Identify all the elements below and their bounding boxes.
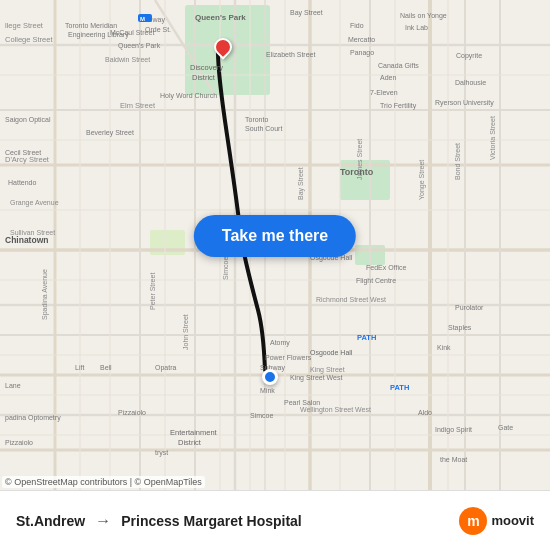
svg-text:Pizzaiolo: Pizzaiolo (5, 439, 33, 446)
svg-text:Opatra: Opatra (155, 364, 177, 372)
svg-text:Discovery: Discovery (190, 63, 223, 72)
svg-text:John Street: John Street (182, 314, 189, 350)
svg-text:Orde St.: Orde St. (145, 26, 171, 33)
svg-text:Engineering Library: Engineering Library (68, 31, 129, 39)
svg-text:Power Flowers: Power Flowers (265, 354, 312, 361)
svg-text:Ryerson University: Ryerson University (435, 99, 494, 107)
svg-text:Lift: Lift (75, 364, 84, 371)
svg-text:Grange Avenue: Grange Avenue (10, 199, 59, 207)
svg-text:llege Street: llege Street (5, 21, 44, 30)
svg-text:Elm Street: Elm Street (120, 101, 156, 110)
svg-text:Beverley Street: Beverley Street (86, 129, 134, 137)
svg-text:Simcoe: Simcoe (222, 257, 229, 280)
svg-text:Osgoode Hall: Osgoode Hall (310, 349, 353, 357)
svg-text:7-Eleven: 7-Eleven (370, 89, 398, 96)
svg-text:D'Arcy Street: D'Arcy Street (5, 155, 50, 164)
svg-text:Aden: Aden (380, 74, 396, 81)
svg-text:Copyrite: Copyrite (456, 52, 482, 60)
svg-text:Dalhousie: Dalhousie (455, 79, 486, 86)
svg-text:College Street: College Street (5, 35, 53, 44)
origin-label: St.Andrew (16, 513, 85, 529)
svg-text:Toronto Meridian: Toronto Meridian (65, 22, 117, 29)
svg-text:Aldo: Aldo (418, 409, 432, 416)
svg-text:Simcoe: Simcoe (250, 412, 273, 419)
svg-text:Richmond Street West: Richmond Street West (316, 296, 386, 303)
svg-text:PATH: PATH (357, 333, 376, 342)
svg-text:the Moat: the Moat (440, 456, 467, 463)
svg-text:Gate: Gate (498, 424, 513, 431)
svg-text:Elizabeth Street: Elizabeth Street (266, 51, 315, 58)
moovit-icon: m (459, 507, 487, 535)
svg-text:Lane: Lane (5, 382, 21, 389)
svg-text:Trio Fertility: Trio Fertility (380, 102, 417, 110)
moovit-logo: m moovit (459, 507, 534, 535)
svg-text:Entertainment: Entertainment (170, 428, 218, 437)
svg-text:Pizzaiolo: Pizzaiolo (118, 409, 146, 416)
moovit-text: moovit (491, 513, 534, 528)
take-me-there-button[interactable]: Take me there (194, 215, 356, 257)
svg-text:Ink Lab: Ink Lab (405, 24, 428, 31)
svg-text:Flight Centre: Flight Centre (356, 277, 396, 285)
destination-label: Princess Margaret Hospital (121, 513, 302, 529)
svg-text:Fido: Fido (350, 22, 364, 29)
svg-text:Panago: Panago (350, 49, 374, 57)
svg-text:Canada Gifts: Canada Gifts (378, 62, 419, 69)
svg-text:Queen's Park: Queen's Park (118, 42, 161, 50)
svg-text:Cecil Street: Cecil Street (5, 149, 41, 156)
svg-text:Peter Street: Peter Street (149, 273, 156, 310)
svg-text:M: M (140, 16, 145, 22)
svg-text:Victoria Street: Victoria Street (489, 116, 496, 160)
map-container: College Street Elm Street D'Arcy Street … (0, 0, 550, 490)
svg-text:padina Optometry: padina Optometry (5, 414, 61, 422)
svg-text:Holy Word Church: Holy Word Church (160, 92, 217, 100)
svg-text:King Street: King Street (310, 366, 345, 374)
svg-text:Toronto: Toronto (340, 167, 374, 177)
svg-text:Pearl Salon: Pearl Salon (284, 399, 320, 406)
svg-text:Bell: Bell (100, 364, 112, 371)
svg-text:District: District (192, 73, 216, 82)
svg-text:PATH: PATH (390, 383, 409, 392)
svg-text:Bay Street: Bay Street (297, 167, 305, 200)
svg-text:Wellington Street West: Wellington Street West (300, 406, 371, 414)
svg-text:Purolator: Purolator (455, 304, 484, 311)
svg-text:South Court: South Court (245, 125, 282, 132)
svg-text:Toronto: Toronto (245, 116, 268, 123)
svg-text:Kink: Kink (437, 344, 451, 351)
svg-text:Staples: Staples (448, 324, 472, 332)
svg-text:Bond Street: Bond Street (454, 143, 461, 180)
map-attribution: © OpenStreetMap contributors | © OpenMap… (2, 476, 205, 488)
svg-text:tryst: tryst (155, 449, 168, 457)
svg-text:Mink: Mink (260, 387, 275, 394)
svg-text:Mercatto: Mercatto (348, 36, 375, 43)
svg-text:Spadina Avenue: Spadina Avenue (41, 269, 49, 320)
svg-text:King Street West: King Street West (290, 374, 342, 382)
svg-text:Indigo Spirit: Indigo Spirit (435, 426, 472, 434)
svg-text:District: District (178, 438, 202, 447)
svg-text:FedEx Office: FedEx Office (366, 264, 406, 271)
svg-text:Baldwin Street: Baldwin Street (105, 56, 150, 63)
svg-text:Atomy: Atomy (270, 339, 290, 347)
arrow-icon: → (95, 512, 111, 530)
svg-text:Nails on Yonge: Nails on Yonge (400, 12, 447, 20)
svg-text:Chinatown: Chinatown (5, 235, 48, 245)
bottom-bar: St.Andrew → Princess Margaret Hospital m… (0, 490, 550, 550)
destination-pin (262, 369, 278, 385)
svg-text:Bay Street: Bay Street (290, 9, 323, 17)
svg-text:Queen's Park: Queen's Park (195, 13, 246, 22)
svg-text:Hattendo: Hattendo (8, 179, 37, 186)
svg-text:Yonge Street: Yonge Street (418, 160, 426, 200)
svg-text:Saigon Optical: Saigon Optical (5, 116, 51, 124)
